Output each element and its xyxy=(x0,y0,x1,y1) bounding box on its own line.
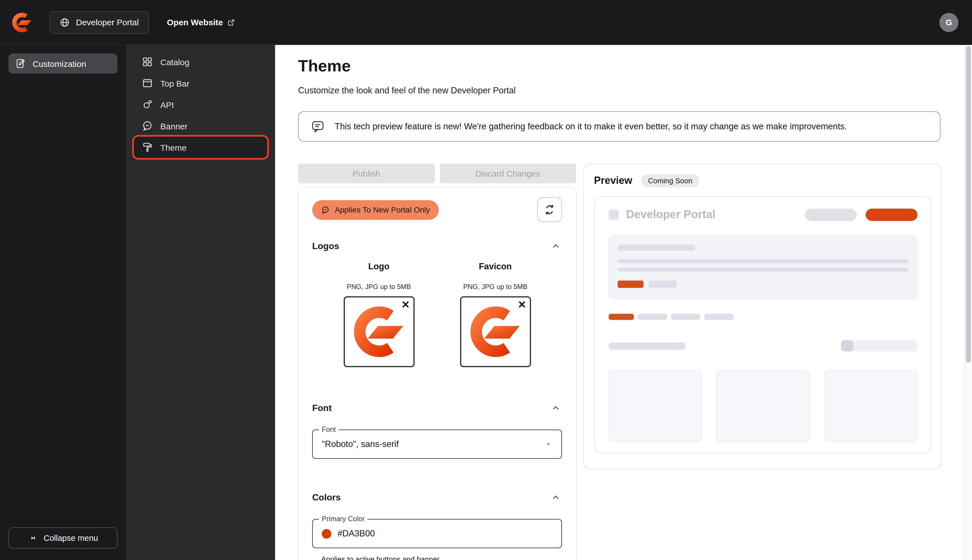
theme-settings-card: Applies To New Portal Only Logos xyxy=(298,187,576,560)
favicon-upload-group: Favicon PNG, JPG up to 5MB ✕ xyxy=(460,262,531,367)
skeleton-tab xyxy=(704,314,733,320)
reset-theme-button[interactable] xyxy=(537,197,562,222)
skeleton-primary-button xyxy=(618,280,643,288)
submenu-item-top-bar[interactable]: Top Bar xyxy=(134,73,267,94)
primary-sidebar: Customization Collapse menu xyxy=(0,45,126,560)
submenu-item-banner[interactable]: Banner xyxy=(134,115,267,137)
primary-color-help: Applies to active buttons and banner xyxy=(321,555,562,560)
notice-text: This tech preview feature is new! We're … xyxy=(335,122,847,132)
submenu-item-theme[interactable]: Theme xyxy=(134,137,267,158)
preview-pill-secondary xyxy=(805,208,857,221)
applies-to-badge-label: Applies To New Portal Only xyxy=(335,205,430,214)
grid-icon xyxy=(142,56,153,67)
publish-button[interactable]: Publish xyxy=(298,163,434,183)
preview-title: Preview xyxy=(594,175,632,187)
logo-hint: PNG, JPG up to 5MB xyxy=(347,283,411,291)
submenu-item-catalog[interactable]: Catalog xyxy=(134,51,267,73)
submenu-item-label: Top Bar xyxy=(160,78,189,88)
globe-icon xyxy=(60,17,70,27)
skeleton-tab xyxy=(638,314,667,320)
submenu-item-api[interactable]: API xyxy=(134,94,267,115)
message-icon xyxy=(142,120,153,132)
paint-roller-icon xyxy=(142,142,153,153)
primary-color-value: #DA3B00 xyxy=(337,528,375,538)
submenu-item-label: API xyxy=(160,100,174,109)
gravitee-logo-icon xyxy=(11,12,33,33)
vertical-scrollbar[interactable] xyxy=(964,45,972,560)
colors-collapse-button[interactable] xyxy=(549,492,562,504)
skeleton-line xyxy=(618,268,909,272)
dropdown-caret-icon xyxy=(544,440,552,448)
favicon-hint: PNG, JPG up to 5MB xyxy=(463,283,527,291)
chevron-up-icon xyxy=(551,241,561,251)
badge-bubble-icon xyxy=(321,205,330,214)
coming-soon-badge: Coming Soon xyxy=(641,174,699,187)
favicon-label: Favicon xyxy=(479,262,512,272)
skeleton-search-bar xyxy=(841,340,917,352)
skeleton-line xyxy=(618,259,909,263)
skeleton-card xyxy=(824,370,917,442)
remove-favicon-button[interactable]: ✕ xyxy=(518,298,526,311)
submenu-item-label: Banner xyxy=(160,121,188,131)
primary-color-swatch xyxy=(322,529,331,538)
submenu-item-label: Catalog xyxy=(160,57,189,67)
logo-upload-box[interactable]: ✕ xyxy=(343,296,414,367)
primary-color-field[interactable]: Primary Color #DA3B00 xyxy=(312,519,562,548)
page-subtitle: Customize the look and feel of the new D… xyxy=(298,85,964,96)
skeleton-active-tab xyxy=(609,314,634,320)
open-website-link[interactable]: Open Website xyxy=(167,17,235,27)
logos-section-title: Logos xyxy=(312,241,339,251)
feedback-bubble-icon xyxy=(311,119,325,134)
preview-banner-skeleton xyxy=(609,236,917,299)
preview-header-title: Developer Portal xyxy=(626,208,715,221)
customization-icon xyxy=(15,58,27,69)
open-website-label: Open Website xyxy=(167,17,223,27)
logos-collapse-button[interactable] xyxy=(549,240,562,252)
preview-pill-primary xyxy=(866,208,917,221)
external-link-icon xyxy=(227,18,235,26)
logo-upload-group: Logo PNG, JPG up to 5MB ✕ xyxy=(343,262,414,367)
preview-logo-placeholder xyxy=(609,210,619,220)
applies-to-badge: Applies To New Portal Only xyxy=(312,200,439,220)
discard-changes-button[interactable]: Discard Changes xyxy=(439,163,576,183)
skeleton-card xyxy=(609,370,702,442)
page-title: Theme xyxy=(298,56,964,75)
app-window: Developer Portal Open Website G Customiz… xyxy=(0,0,972,560)
favicon-preview-image xyxy=(468,304,523,359)
sidebar-item-customization[interactable]: Customization xyxy=(8,53,118,74)
scrollbar-thumb[interactable] xyxy=(966,46,971,363)
favicon-upload-box[interactable]: ✕ xyxy=(460,296,531,367)
font-field-value: "Roboto", sans-serif xyxy=(322,439,399,449)
avatar-initial: G xyxy=(945,17,952,27)
font-select[interactable]: Font "Roboto", sans-serif xyxy=(312,430,562,459)
skeleton-secondary-button xyxy=(648,280,677,288)
skeleton-line xyxy=(609,342,686,350)
chevron-up-icon xyxy=(551,493,561,503)
submenu-item-label: Theme xyxy=(160,143,187,152)
logo-preview-image xyxy=(351,304,406,359)
window-topbar-icon xyxy=(142,78,153,89)
refresh-icon xyxy=(543,203,556,216)
main-content: Theme Customize the look and feel of the… xyxy=(275,45,964,560)
skeleton-line xyxy=(618,245,695,251)
portal-switcher-label: Developer Portal xyxy=(76,17,139,27)
collapse-menu-label: Collapse menu xyxy=(43,533,98,543)
remove-logo-button[interactable]: ✕ xyxy=(401,298,410,311)
logo-label: Logo xyxy=(368,262,389,272)
user-avatar[interactable]: G xyxy=(939,13,959,32)
portal-switcher-button[interactable]: Developer Portal xyxy=(50,11,149,33)
font-collapse-button[interactable] xyxy=(549,402,562,414)
sidebar-item-label: Customization xyxy=(33,59,86,68)
collapse-menu-button[interactable]: Collapse menu xyxy=(8,527,118,549)
preview-panel: Preview Coming Soon Developer Portal xyxy=(583,163,942,470)
tech-preview-notice: This tech preview feature is new! We're … xyxy=(298,111,940,142)
font-field-label: Font xyxy=(319,426,339,433)
skeleton-card xyxy=(716,370,810,442)
portal-preview-mock: Developer Portal xyxy=(594,196,931,453)
skeleton-tab xyxy=(671,314,700,320)
colors-section-title: Colors xyxy=(312,493,341,503)
font-section-title: Font xyxy=(312,403,332,413)
api-icon xyxy=(142,99,153,110)
chevron-up-icon xyxy=(551,403,561,413)
collapse-icon xyxy=(28,533,38,543)
